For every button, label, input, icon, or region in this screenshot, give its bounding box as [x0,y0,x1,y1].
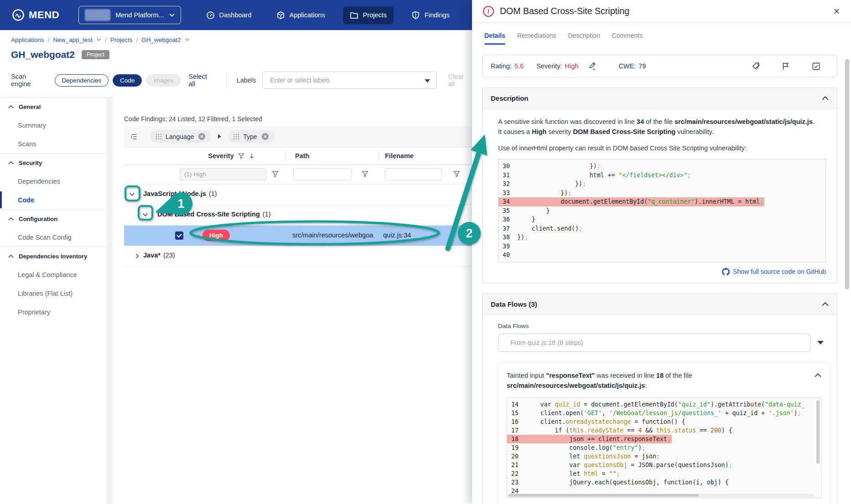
collapse-chevron-up-icon[interactable] [815,373,821,391]
data-flow-select[interactable]: From quiz.js:18 (8 steps) [498,334,810,352]
sidebar-section-configuration: Configuration Code Scan Config [0,209,106,247]
finding-details-panel: ! DOM Based Cross-Site Scripting ✕ Detai… [472,0,851,504]
check-square-icon[interactable] [812,62,820,71]
expand-chevron-down-icon[interactable] [129,191,135,198]
column-header-filename[interactable]: Filename [385,152,414,159]
select-caret-icon[interactable] [817,341,824,345]
nav-label: Dashboard [219,11,252,19]
tab-details[interactable]: Details [484,30,505,41]
path-filter-input[interactable] [293,168,352,180]
select-all-link[interactable]: Select all [189,73,215,87]
path-filter-funnel-icon[interactable] [362,171,368,177]
code-horizontal-scrollbar-track[interactable] [508,494,815,497]
description-paragraph: Use of innerHtml property can result in … [498,143,826,153]
sidebar-item-legal-compliance[interactable]: Legal & Compliance [0,265,106,284]
nav-item-applications[interactable]: Applications [270,6,332,24]
chevron-down-icon[interactable] [185,38,190,41]
breadcrumb-new-app-test[interactable]: New_app_test [53,36,93,43]
tab-remediations[interactable]: Remediations [517,30,556,41]
cwe-label: CWE: [618,62,636,70]
severity-filter-input[interactable] [180,168,266,180]
tree-view-icon[interactable] [130,133,138,140]
rating-label: Rating: [491,62,512,70]
column-separator [379,151,379,161]
labels-caret-icon[interactable] [425,79,430,82]
breadcrumb-applications[interactable]: Applications [11,36,44,43]
nav-label: Findings [425,11,450,19]
flow-step-line: Tainted input "responseText" was receive… [507,370,799,381]
breadcrumb-projects[interactable]: Projects [110,36,133,43]
group-count: (1) [263,211,271,218]
sidebar-item-summary[interactable]: Summary [0,116,106,134]
sidebar-header-configuration[interactable]: Configuration [0,210,106,228]
column-header-severity[interactable]: Severity [178,152,285,159]
sidebar-scrollbar-track[interactable] [106,98,113,504]
github-link[interactable]: Show full source code on GitHub [498,268,826,276]
remove-chip-icon[interactable] [261,133,269,140]
chevron-down-icon [169,13,175,17]
chip-label: Type [243,133,257,140]
main-nav: Dashboard Applications Projects [199,6,518,24]
sort-descending-icon[interactable] [249,153,255,159]
sidebar-item-code-scan-config[interactable]: Code Scan Config [0,228,106,247]
expand-chevron-down-icon[interactable] [142,211,149,218]
engine-code-pill[interactable]: Code [113,74,142,87]
nav-label: Applications [290,11,325,19]
main-pane: Applications / New_app_test / Projects /… [0,30,472,504]
column-header-path[interactable]: Path [295,152,309,159]
groupby-chip-language[interactable]: Language [150,130,211,143]
description-body: A sensitive sink function was discovered… [483,109,837,283]
tab-description[interactable]: Description [568,30,600,41]
collapse-chevron-up-icon[interactable] [822,96,829,100]
filename-filter-funnel-icon[interactable] [453,171,460,177]
mend-logo[interactable]: MEND [12,9,59,21]
sidebar-header-security[interactable]: Security [0,154,106,172]
tag-icon[interactable] [752,62,760,71]
finding-path: src/main/resources/webgoa [292,231,374,239]
chevron-down-icon[interactable] [96,38,101,41]
collapse-chevron-up-icon[interactable] [822,302,829,306]
nav-item-dashboard[interactable]: Dashboard [199,6,259,24]
flag-icon[interactable] [782,62,790,71]
expand-chevron-right-icon[interactable] [134,253,140,259]
breadcrumb-separator: / [48,36,50,43]
sidebar-header-general[interactable]: General [0,98,106,116]
group-row-java[interactable]: Java* (23) [124,246,472,267]
nav-item-findings[interactable]: Findings [405,6,457,24]
groupby-chip-type[interactable]: Type [228,130,274,143]
panel-scrollbar-thumb[interactable] [845,59,849,289]
code-vertical-scrollbar[interactable] [816,400,820,464]
labels-input[interactable] [269,76,417,84]
filter-funnel-icon[interactable] [238,153,244,159]
sidebar-header-dependencies-inventory[interactable]: Dependencies Inventory [0,247,106,265]
close-icon[interactable]: ✕ [833,6,840,16]
section-title: Description [491,94,529,102]
sidebar-item-proprietary[interactable]: Proprietary [0,303,106,321]
chevron-up-icon [8,161,14,165]
data-flow-selected-value: From quiz.js:18 (8 steps) [510,339,583,346]
sidebar-item-libraries-flat-list[interactable]: Libraries (Flat List) [0,284,106,303]
group-count: (1) [209,190,217,197]
finding-row-selected[interactable]: High src/main/resources/webgoa quiz.js:3… [124,226,472,246]
sidebar-section-title: Dependencies Inventory [19,253,87,260]
severity: Severity: High [536,62,578,70]
nav-item-projects[interactable]: Projects [343,6,394,24]
row-checkbox-checked[interactable] [175,231,183,240]
remove-chip-icon[interactable] [198,133,206,140]
edit-severity-pencil-icon[interactable] [588,62,597,70]
group-row-javascript-nodejs[interactable]: JavaScript / Node.js (1) [124,185,472,205]
code-horizontal-scrollbar-thumb[interactable] [509,494,699,497]
findings-shield-icon [411,11,420,20]
sidebar-item-scans[interactable]: Scans [0,134,106,153]
org-selector[interactable]: Mend Platform... [78,6,181,24]
group-row-dom-xss[interactable]: DOM Based Cross-Site Scripting (1) [124,205,472,226]
severity-filter-funnel-icon[interactable] [272,171,279,177]
engine-dependencies-pill[interactable]: Dependencies [55,74,109,87]
chevron-up-icon [8,105,14,108]
sidebar-item-code[interactable]: Code [0,190,106,209]
filename-filter-input[interactable] [385,168,442,180]
tab-comments[interactable]: Comments [612,30,643,41]
panel-tabs: Details Remediations Description Comment… [472,23,851,48]
sidebar-item-dependencies[interactable]: Dependencies [0,172,106,190]
breadcrumb-gh-webgoat2[interactable]: GH_webgoat2 [141,36,181,43]
